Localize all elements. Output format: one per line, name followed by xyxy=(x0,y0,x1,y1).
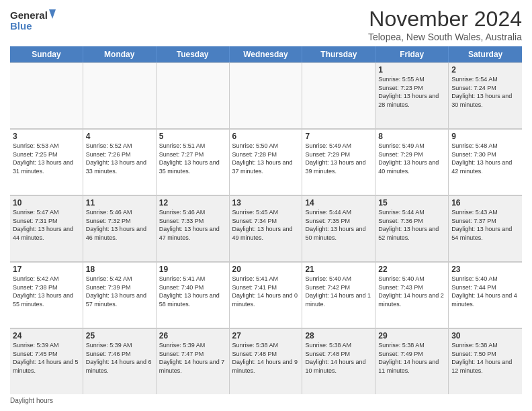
calendar-cell: 6Sunrise: 5:50 AM Sunset: 7:28 PM Daylig… xyxy=(230,129,303,195)
day-info: Sunrise: 5:41 AM Sunset: 7:40 PM Dayligh… xyxy=(159,275,226,308)
calendar-week-row: 17Sunrise: 5:42 AM Sunset: 7:38 PM Dayli… xyxy=(10,262,522,328)
logo-svg: General Blue xyxy=(10,7,57,37)
day-info: Sunrise: 5:54 AM Sunset: 7:24 PM Dayligh… xyxy=(451,75,519,109)
day-number: 21 xyxy=(305,265,372,274)
day-number: 8 xyxy=(378,132,445,141)
calendar-cell: 15Sunrise: 5:44 AM Sunset: 7:36 PM Dayli… xyxy=(375,195,449,261)
day-number: 15 xyxy=(378,198,445,208)
calendar-cell: 21Sunrise: 5:40 AM Sunset: 7:42 PM Dayli… xyxy=(302,262,375,328)
day-info: Sunrise: 5:53 AM Sunset: 7:25 PM Dayligh… xyxy=(13,142,80,175)
calendar-cell: 23Sunrise: 5:40 AM Sunset: 7:44 PM Dayli… xyxy=(449,262,522,328)
day-info: Sunrise: 5:46 AM Sunset: 7:32 PM Dayligh… xyxy=(86,208,153,242)
day-number: 28 xyxy=(305,331,372,340)
day-number: 23 xyxy=(451,265,519,274)
day-info: Sunrise: 5:43 AM Sunset: 7:37 PM Dayligh… xyxy=(451,208,519,242)
day-number: 11 xyxy=(86,198,153,208)
day-number: 27 xyxy=(232,331,300,340)
calendar-cell: 8Sunrise: 5:49 AM Sunset: 7:29 PM Daylig… xyxy=(375,129,449,195)
calendar-cell: 24Sunrise: 5:39 AM Sunset: 7:45 PM Dayli… xyxy=(10,328,83,394)
day-info: Sunrise: 5:40 AM Sunset: 7:44 PM Dayligh… xyxy=(451,275,519,308)
calendar-cell: 27Sunrise: 5:38 AM Sunset: 7:48 PM Dayli… xyxy=(230,328,303,394)
calendar-header-row: SundayMondayTuesdayWednesdayThursdayFrid… xyxy=(10,46,522,62)
calendar-cell: 14Sunrise: 5:44 AM Sunset: 7:35 PM Dayli… xyxy=(302,195,375,261)
calendar-cell: 1Sunrise: 5:55 AM Sunset: 7:23 PM Daylig… xyxy=(375,62,449,128)
day-info: Sunrise: 5:42 AM Sunset: 7:38 PM Dayligh… xyxy=(13,275,80,308)
calendar-cell: 4Sunrise: 5:52 AM Sunset: 7:26 PM Daylig… xyxy=(83,129,157,195)
header: General Blue November 2024 Telopea, New … xyxy=(10,7,522,42)
day-info: Sunrise: 5:47 AM Sunset: 7:31 PM Dayligh… xyxy=(13,208,80,242)
calendar-cell xyxy=(230,62,303,128)
day-number: 7 xyxy=(305,132,372,141)
calendar-cell xyxy=(83,62,157,128)
calendar-cell: 12Sunrise: 5:46 AM Sunset: 7:33 PM Dayli… xyxy=(157,195,230,261)
calendar-cell: 11Sunrise: 5:46 AM Sunset: 7:32 PM Dayli… xyxy=(83,195,157,261)
calendar-week-row: 1Sunrise: 5:55 AM Sunset: 7:23 PM Daylig… xyxy=(10,62,522,129)
day-info: Sunrise: 5:41 AM Sunset: 7:41 PM Dayligh… xyxy=(232,275,300,308)
day-number: 20 xyxy=(232,265,300,274)
day-info: Sunrise: 5:42 AM Sunset: 7:39 PM Dayligh… xyxy=(86,275,153,308)
day-info: Sunrise: 5:40 AM Sunset: 7:43 PM Dayligh… xyxy=(378,275,445,308)
daylight-label: Daylight hours xyxy=(10,397,53,404)
day-info: Sunrise: 5:44 AM Sunset: 7:36 PM Dayligh… xyxy=(378,208,445,242)
calendar-cell: 30Sunrise: 5:38 AM Sunset: 7:50 PM Dayli… xyxy=(449,328,522,394)
day-number: 19 xyxy=(159,265,226,274)
calendar-cell: 17Sunrise: 5:42 AM Sunset: 7:38 PM Dayli… xyxy=(10,262,83,328)
logo: General Blue xyxy=(10,7,57,37)
day-number: 6 xyxy=(232,132,300,141)
cal-header-day: Monday xyxy=(83,46,157,62)
day-number: 9 xyxy=(451,132,519,141)
svg-text:General: General xyxy=(10,9,48,21)
calendar-week-row: 3Sunrise: 5:53 AM Sunset: 7:25 PM Daylig… xyxy=(10,129,522,195)
calendar-week-row: 24Sunrise: 5:39 AM Sunset: 7:45 PM Dayli… xyxy=(10,328,522,394)
day-info: Sunrise: 5:51 AM Sunset: 7:27 PM Dayligh… xyxy=(159,142,226,175)
day-number: 4 xyxy=(86,132,153,141)
calendar: SundayMondayTuesdayWednesdayThursdayFrid… xyxy=(10,46,522,394)
day-info: Sunrise: 5:39 AM Sunset: 7:46 PM Dayligh… xyxy=(86,341,153,375)
calendar-cell: 26Sunrise: 5:39 AM Sunset: 7:47 PM Dayli… xyxy=(157,328,230,394)
cal-header-day: Thursday xyxy=(302,46,375,62)
calendar-cell: 3Sunrise: 5:53 AM Sunset: 7:25 PM Daylig… xyxy=(10,129,83,195)
day-info: Sunrise: 5:38 AM Sunset: 7:48 PM Dayligh… xyxy=(305,341,372,375)
page: General Blue November 2024 Telopea, New … xyxy=(0,0,532,411)
day-info: Sunrise: 5:52 AM Sunset: 7:26 PM Dayligh… xyxy=(86,142,153,175)
day-number: 16 xyxy=(451,198,519,208)
day-info: Sunrise: 5:40 AM Sunset: 7:42 PM Dayligh… xyxy=(305,275,372,308)
day-number: 18 xyxy=(86,265,153,274)
calendar-cell: 7Sunrise: 5:49 AM Sunset: 7:29 PM Daylig… xyxy=(302,129,375,195)
day-number: 12 xyxy=(159,198,226,208)
day-info: Sunrise: 5:55 AM Sunset: 7:23 PM Dayligh… xyxy=(378,75,445,109)
day-number: 10 xyxy=(13,198,80,208)
day-number: 2 xyxy=(451,65,519,75)
day-number: 22 xyxy=(378,265,445,274)
day-number: 14 xyxy=(305,198,372,208)
day-number: 17 xyxy=(13,265,80,274)
calendar-cell: 18Sunrise: 5:42 AM Sunset: 7:39 PM Dayli… xyxy=(83,262,157,328)
calendar-cell: 2Sunrise: 5:54 AM Sunset: 7:24 PM Daylig… xyxy=(449,62,522,128)
day-info: Sunrise: 5:38 AM Sunset: 7:48 PM Dayligh… xyxy=(232,341,300,375)
calendar-cell xyxy=(157,62,230,128)
cal-header-day: Sunday xyxy=(10,46,83,62)
calendar-cell: 9Sunrise: 5:48 AM Sunset: 7:30 PM Daylig… xyxy=(449,129,522,195)
day-info: Sunrise: 5:39 AM Sunset: 7:45 PM Dayligh… xyxy=(13,341,80,375)
day-info: Sunrise: 5:39 AM Sunset: 7:47 PM Dayligh… xyxy=(159,341,226,375)
calendar-body: 1Sunrise: 5:55 AM Sunset: 7:23 PM Daylig… xyxy=(10,62,522,394)
day-number: 24 xyxy=(13,331,80,340)
calendar-cell: 5Sunrise: 5:51 AM Sunset: 7:27 PM Daylig… xyxy=(157,129,230,195)
day-number: 30 xyxy=(451,331,519,340)
calendar-cell: 20Sunrise: 5:41 AM Sunset: 7:41 PM Dayli… xyxy=(230,262,303,328)
day-info: Sunrise: 5:38 AM Sunset: 7:49 PM Dayligh… xyxy=(378,341,445,375)
day-info: Sunrise: 5:50 AM Sunset: 7:28 PM Dayligh… xyxy=(232,142,300,175)
day-number: 3 xyxy=(13,132,80,141)
calendar-cell: 25Sunrise: 5:39 AM Sunset: 7:46 PM Dayli… xyxy=(83,328,157,394)
day-number: 26 xyxy=(159,331,226,340)
day-info: Sunrise: 5:49 AM Sunset: 7:29 PM Dayligh… xyxy=(305,142,372,175)
svg-marker-2 xyxy=(49,9,56,19)
day-info: Sunrise: 5:46 AM Sunset: 7:33 PM Dayligh… xyxy=(159,208,226,242)
day-info: Sunrise: 5:38 AM Sunset: 7:50 PM Dayligh… xyxy=(451,341,519,375)
cal-header-day: Tuesday xyxy=(157,46,230,62)
day-info: Sunrise: 5:48 AM Sunset: 7:30 PM Dayligh… xyxy=(451,142,519,175)
day-number: 13 xyxy=(232,198,300,208)
svg-text:Blue: Blue xyxy=(10,20,32,32)
calendar-cell xyxy=(10,62,83,128)
calendar-cell: 29Sunrise: 5:38 AM Sunset: 7:49 PM Dayli… xyxy=(375,328,449,394)
